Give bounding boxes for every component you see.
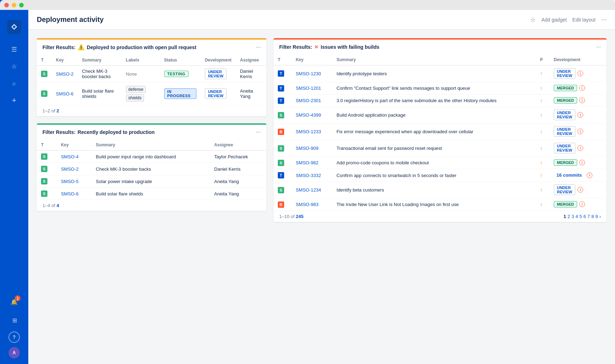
page-5[interactable]: 5 <box>579 214 582 219</box>
info-icon: i <box>577 129 583 134</box>
summary-cell: Identify beta customers <box>332 182 536 198</box>
issue-key-link[interactable]: SMSO-1201 <box>296 86 321 91</box>
pagination-total-link-right[interactable]: 245 <box>296 214 304 219</box>
issue-key-link[interactable]: SMSO-4399 <box>296 112 321 118</box>
page-4[interactable]: 4 <box>575 214 578 219</box>
summary-cell: Add promo-code coupons to mobile checkou… <box>332 157 536 169</box>
key-cell: SMSO-6 <box>52 82 78 105</box>
page-2[interactable]: 2 <box>568 214 570 219</box>
table-row: S SMSO-5 Solar power intake upgrade Anei… <box>37 175 266 188</box>
col-assignee: Assignee <box>210 140 266 151</box>
sidebar-item-search[interactable]: ⌕ <box>7 76 21 90</box>
issue-key-link[interactable]: SMSO-983 <box>296 202 318 207</box>
panel-menu-button-1[interactable]: ··· <box>256 44 261 51</box>
issue-key-link[interactable]: SMSO-2 <box>56 71 74 77</box>
priority-icon: ↑ <box>540 98 542 104</box>
close-button[interactable] <box>4 3 9 7</box>
panel-1-table: T Key Summary Labels Status Development … <box>37 55 266 105</box>
story-icon: S <box>41 71 47 77</box>
dev-cell: MERGED i <box>550 82 607 94</box>
sidebar-item-menu[interactable]: ☰ <box>7 42 21 57</box>
user-avatar[interactable]: A <box>8 347 20 358</box>
filter-results-label-right: Filter Results: <box>279 44 312 50</box>
pagination-total-link[interactable]: 4 <box>57 203 59 208</box>
issue-key-link[interactable]: SMSO-982 <box>296 160 318 165</box>
priority-icon: ↑ <box>540 71 542 76</box>
dev-cell: UNDERREVIEW i <box>550 65 607 82</box>
sidebar-item-notifications[interactable]: 🔔 1 <box>7 295 21 309</box>
window-chrome <box>0 0 615 10</box>
sidebar-item-help[interactable]: ? <box>8 331 20 343</box>
issue-key-link[interactable]: SMSO-1233 <box>296 129 321 134</box>
issue-key-link[interactable]: SMSO-6 <box>56 91 74 96</box>
edit-layout-button[interactable]: Edit layout <box>573 17 596 23</box>
issue-type-cell: S <box>37 82 52 105</box>
status-badge-in-progress: IN PROGRESS <box>164 88 196 99</box>
info-icon: i <box>579 98 585 103</box>
info-icon: i <box>579 201 585 207</box>
issue-key-link[interactable]: SMSO-1230 <box>296 71 321 76</box>
issue-key-link[interactable]: SMSO-6 <box>61 191 79 196</box>
page-9[interactable]: 9 <box>595 214 598 219</box>
sidebar-item-starred[interactable]: ☆ <box>7 59 21 74</box>
next-page-icon[interactable]: › <box>599 214 601 219</box>
page-title: Deployment activity <box>37 16 526 24</box>
issue-key-link[interactable]: SMSO-1234 <box>296 187 321 193</box>
table-row: S SMSO-6 Build solar flare shields Aneit… <box>37 188 266 200</box>
issue-key-link[interactable]: SMSO-909 <box>296 146 318 151</box>
page-3[interactable]: 3 <box>571 214 574 219</box>
dev-badge: UNDERREVIEW <box>554 184 575 195</box>
info-icon: i <box>579 160 585 165</box>
table-header-row: T Key Summary Labels Status Development … <box>37 55 266 66</box>
story-icon: S <box>278 145 284 152</box>
plus-icon: + <box>12 96 17 105</box>
add-gadget-button[interactable]: Add gadget <box>541 17 567 23</box>
col-t: T <box>37 55 52 66</box>
col-status: Status <box>160 55 201 66</box>
panel-title-2: Filter Results: Recently deployed to pro… <box>42 129 155 135</box>
pagination-numbers: 1 2 3 4 5 6 7 8 9 › <box>564 214 601 219</box>
priority-cell: ↑ <box>536 107 550 123</box>
col-key: Key <box>52 55 78 66</box>
issue-key-link[interactable]: SMSO-3332 <box>296 173 321 178</box>
page-6[interactable]: 6 <box>584 214 586 219</box>
sidebar-item-create[interactable]: + <box>7 93 21 107</box>
bug-icon: B <box>278 129 284 135</box>
page-8[interactable]: 8 <box>591 214 594 219</box>
panel-menu-button-2[interactable]: ··· <box>256 129 261 135</box>
merged-badge: MERGED <box>554 85 577 91</box>
issue-key-link[interactable]: SMSO-4 <box>61 154 79 159</box>
error-icon: ✕ <box>314 44 318 50</box>
summary-cell: The Invite New User Link is Not Loading … <box>332 198 536 211</box>
pagination-text: 1–4 of 4 <box>42 203 59 208</box>
table-row: T SMSO-2301 3.0 registerHistory is part … <box>274 94 607 107</box>
page-1[interactable]: 1 <box>564 214 566 219</box>
issue-key-link[interactable]: SMSO-2 <box>61 166 79 172</box>
favourite-icon[interactable]: ☆ <box>530 16 536 24</box>
info-icon: i <box>577 71 583 76</box>
panel-deployed-open-pr: Filter Results: ⚠️ Deployed to productio… <box>37 38 266 116</box>
priority-icon: ↑ <box>540 187 542 193</box>
more-options-button[interactable]: ··· <box>601 16 607 23</box>
page-7[interactable]: 7 <box>587 214 590 219</box>
assignee-cell: Aneita Yang <box>210 188 266 200</box>
summary-cell: Check MK-3 booster backs <box>78 66 122 82</box>
info-icon: i <box>577 112 583 118</box>
filter-results-label-2: Filter Results: <box>42 129 75 135</box>
issue-key-link[interactable]: SMSO-5 <box>61 179 79 184</box>
col-key: Key <box>57 140 92 151</box>
panel-menu-button-right[interactable]: ··· <box>596 44 601 50</box>
col-t: T <box>37 140 57 151</box>
maximize-button[interactable] <box>19 3 24 7</box>
sidebar-logo[interactable] <box>7 20 21 34</box>
minimize-button[interactable] <box>12 3 16 7</box>
info-icon: i <box>579 85 585 91</box>
summary-cell: Build power input range into dashboard <box>92 151 210 163</box>
priority-cell: ↑ <box>536 123 550 140</box>
pagination-total-link[interactable]: 2 <box>57 108 59 113</box>
panel-header-1: Filter Results: ⚠️ Deployed to productio… <box>37 38 266 55</box>
issue-key-link[interactable]: SMSO-2301 <box>296 98 321 103</box>
col-p: P <box>536 54 550 65</box>
search-icon: ⌕ <box>12 80 16 87</box>
sidebar-item-apps[interactable]: ⊞ <box>7 313 21 327</box>
